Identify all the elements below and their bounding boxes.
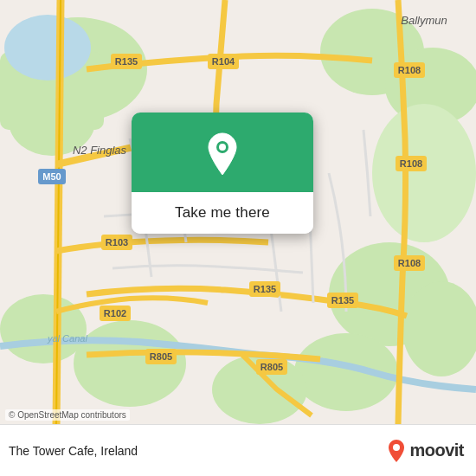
svg-text:R805: R805 (150, 351, 172, 362)
moovit-logo: moovit (387, 439, 464, 463)
svg-text:R805: R805 (261, 362, 283, 372)
svg-point-6 (372, 104, 476, 242)
take-me-there-button[interactable]: Take me there (132, 192, 313, 234)
svg-text:R135: R135 (254, 284, 276, 294)
svg-text:R103: R103 (106, 237, 128, 248)
svg-text:R108: R108 (398, 258, 421, 268)
svg-text:R104: R104 (212, 56, 235, 67)
svg-text:R108: R108 (400, 158, 422, 169)
moovit-text: moovit (409, 441, 464, 460)
svg-point-42 (219, 144, 226, 151)
svg-text:M50: M50 (42, 171, 61, 182)
svg-text:R102: R102 (104, 308, 126, 318)
location-pin-icon (203, 132, 241, 177)
footer-left: The Tower Cafe, Ireland (9, 444, 138, 458)
map-attribution: © OpenStreetMap contributors (5, 409, 130, 421)
svg-text:Ballymun: Ballymun (401, 14, 447, 27)
place-name: The Tower Cafe, Ireland (9, 444, 138, 458)
svg-point-43 (393, 444, 400, 451)
svg-text:R135: R135 (115, 56, 138, 67)
svg-text:N2 Finglas: N2 Finglas (73, 144, 127, 157)
svg-point-13 (4, 15, 91, 80)
popup-icon-area (132, 113, 313, 192)
svg-text:yal Canal: yal Canal (47, 333, 87, 344)
map-container: R135 R104 R108 R108 R108 R103 R135 R135 … (0, 0, 476, 424)
popup-card: Take me there (132, 113, 313, 234)
svg-text:R108: R108 (398, 65, 421, 75)
moovit-pin-icon (387, 439, 406, 463)
svg-text:R135: R135 (331, 295, 354, 306)
footer-bar: The Tower Cafe, Ireland moovit (0, 424, 476, 476)
